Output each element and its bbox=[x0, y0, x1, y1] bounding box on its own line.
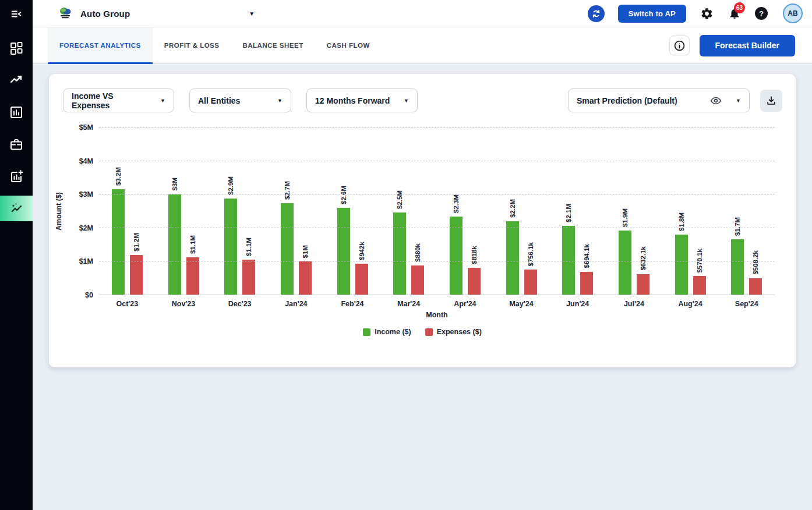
bar-wrap: $1.2M bbox=[130, 128, 143, 295]
bar-value-label: $1.1M bbox=[245, 238, 252, 256]
bar-wrap: $2.9M bbox=[224, 128, 237, 295]
income-bar bbox=[731, 239, 744, 295]
y-axis-title-wrap: Amount ($) bbox=[55, 128, 63, 295]
bar-value-label: $2.2M bbox=[509, 199, 516, 218]
y-tick-label: $1M bbox=[79, 257, 93, 265]
bar-wrap: $1.1M bbox=[186, 128, 199, 295]
eye-icon[interactable] bbox=[710, 95, 722, 107]
period-value: 12 Months Forward bbox=[315, 96, 390, 105]
settings-button[interactable] bbox=[700, 7, 714, 20]
chart-plot: $0$1M$2M$3M$4M$5M Amount ($) $3.2M$1.2M$… bbox=[99, 128, 775, 295]
chevron-down-icon: ▼ bbox=[249, 10, 255, 17]
sidebar-item-reports[interactable] bbox=[0, 96, 33, 128]
bar-value-label: $2.7M bbox=[284, 181, 291, 200]
add-chart-icon bbox=[9, 169, 23, 183]
chevron-down-icon: ▼ bbox=[160, 98, 165, 104]
bar-value-label: $3M bbox=[171, 178, 178, 190]
entities-dropdown[interactable]: All Entities ▼ bbox=[189, 88, 291, 112]
bar-value-label: $2.3M bbox=[453, 194, 460, 213]
bar-wrap: $2.5M bbox=[393, 128, 406, 295]
x-tick-label: Aug'24 bbox=[662, 300, 719, 308]
bar-value-label: $508.2k bbox=[752, 250, 759, 275]
chevron-down-icon: ▼ bbox=[277, 98, 283, 104]
org-selector[interactable]: Auto Group ▼ bbox=[58, 6, 255, 20]
expenses-bar bbox=[242, 260, 255, 295]
tab-forecast-analytics[interactable]: FORECAST ANALYTICS bbox=[48, 27, 153, 63]
x-tick-label: Jun'24 bbox=[549, 300, 606, 308]
bar-value-label: $1.9M bbox=[622, 208, 629, 227]
main-content: Income VS Expenses ▼ All Entities ▼ 12 M… bbox=[33, 64, 812, 510]
gridline bbox=[99, 194, 775, 194]
bar-wrap: $3.2M bbox=[112, 128, 125, 295]
y-tick-label: $2M bbox=[79, 224, 93, 232]
x-tick-label: Sep'24 bbox=[718, 300, 775, 308]
chart-type-value: Income VS Expenses bbox=[72, 91, 153, 110]
tab-cash-flow[interactable]: CASH FLOW bbox=[315, 27, 382, 63]
expenses-bar bbox=[524, 270, 537, 295]
bar-wrap: $880k bbox=[411, 128, 424, 295]
bar-wrap: $3M bbox=[168, 128, 181, 295]
forecast-builder-button[interactable]: Forecast Builder bbox=[700, 35, 795, 56]
x-tick-label: Jul'24 bbox=[606, 300, 662, 308]
bar-value-label: $756.1k bbox=[527, 242, 534, 267]
switch-to-ap-button[interactable]: Switch to AP bbox=[618, 5, 686, 23]
legend-label: Expenses ($) bbox=[437, 328, 482, 336]
prediction-dropdown[interactable]: Smart Prediction (Default) ▼ bbox=[568, 88, 750, 112]
legend-item-expenses[interactable]: Expenses ($) bbox=[425, 328, 482, 336]
collapse-menu-icon[interactable] bbox=[10, 8, 23, 20]
chart-filters: Income VS Expenses ▼ All Entities ▼ 12 M… bbox=[49, 74, 796, 112]
legend-item-income[interactable]: Income ($) bbox=[363, 328, 411, 336]
income-bar bbox=[112, 189, 125, 295]
sidebar bbox=[0, 0, 33, 510]
tab-balance-sheet[interactable]: BALANCE SHEET bbox=[231, 27, 315, 63]
download-chart-button[interactable] bbox=[760, 90, 782, 112]
y-tick-label: $5M bbox=[79, 123, 93, 132]
help-icon: ? bbox=[755, 7, 768, 20]
bar-group-nov23: $3M$1.1M bbox=[156, 128, 212, 295]
forecast-ai-icon bbox=[9, 201, 23, 215]
bar-group-feb24: $2.6M$942k bbox=[324, 128, 381, 295]
tabs: FORECAST ANALYTICSPROFIT & LOSSBALANCE S… bbox=[48, 27, 382, 63]
sidebar-item-business[interactable] bbox=[0, 128, 33, 160]
bar-wrap: $1M bbox=[299, 128, 312, 295]
briefcase-icon bbox=[9, 137, 23, 151]
bar-group-jan24: $2.7M$1M bbox=[268, 128, 324, 295]
info-icon bbox=[673, 40, 686, 52]
bar-value-label: $2.1M bbox=[565, 204, 572, 222]
help-button[interactable]: ? bbox=[755, 7, 783, 20]
income-bar bbox=[281, 203, 294, 295]
chart-type-dropdown[interactable]: Income VS Expenses ▼ bbox=[63, 88, 174, 112]
bar-value-label: $3.2M bbox=[115, 167, 122, 186]
bar-value-label: $2.5M bbox=[396, 190, 403, 209]
sidebar-item-add-forecast[interactable] bbox=[0, 160, 33, 192]
org-name: Auto Group bbox=[80, 9, 130, 19]
info-button[interactable] bbox=[669, 36, 690, 55]
bar-wrap: $1.9M bbox=[619, 128, 631, 295]
bar-wrap: $632.1k bbox=[637, 128, 649, 295]
y-axis-ticks: $0$1M$2M$3M$4M$5M bbox=[64, 128, 99, 295]
bar-group-jun24: $2.1M$694.1k bbox=[549, 128, 606, 295]
bar-wrap: $818k bbox=[468, 128, 481, 295]
period-dropdown[interactable]: 12 Months Forward ▼ bbox=[306, 88, 418, 112]
sidebar-item-forecast-analytics[interactable] bbox=[0, 196, 33, 221]
sync-button[interactable] bbox=[588, 5, 605, 22]
company-logo bbox=[58, 6, 72, 20]
income-bar bbox=[506, 221, 519, 295]
download-icon bbox=[765, 95, 777, 107]
bar-group-may24: $2.2M$756.1k bbox=[493, 128, 550, 295]
expenses-bar bbox=[749, 278, 762, 295]
bar-wrap: $942k bbox=[355, 128, 368, 295]
topbar: Auto Group ▼ Switch to AP 63 ? A bbox=[33, 0, 812, 27]
prediction-value: Smart Prediction (Default) bbox=[577, 96, 677, 105]
income-bar bbox=[224, 199, 237, 295]
bar-value-label: $1.1M bbox=[189, 235, 196, 254]
sidebar-item-dashboard[interactable] bbox=[0, 32, 33, 64]
forecast-chart-card: Income VS Expenses ▼ All Entities ▼ 12 M… bbox=[49, 74, 796, 367]
notification-badge: 63 bbox=[734, 2, 745, 13]
avatar[interactable]: AB bbox=[783, 3, 803, 23]
expenses-bar bbox=[355, 264, 368, 295]
bar-value-label: $632.1k bbox=[640, 246, 647, 271]
sidebar-item-trends[interactable] bbox=[0, 64, 33, 96]
tab-profit-loss[interactable]: PROFIT & LOSS bbox=[153, 27, 231, 63]
x-tick-label: Feb'24 bbox=[324, 300, 381, 308]
